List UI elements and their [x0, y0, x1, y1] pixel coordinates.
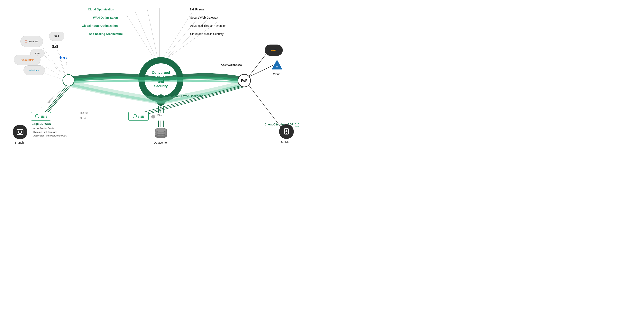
branch-label: Branch [15, 141, 24, 144]
global-backbone-label: Global Private Backbone [170, 94, 204, 98]
ng-firewall-label: NG Firewall [190, 8, 205, 11]
svg-rect-44 [21, 132, 22, 133]
cloud-mobile-security-label: Cloud and Mobile Security [190, 32, 224, 35]
mobile-label: Mobile [281, 141, 290, 144]
salesforce-cloud: salesforce [24, 65, 45, 75]
svg-rect-42 [21, 131, 22, 132]
sdwan-bullets: Active / Active / Active Dynamic Path Se… [32, 126, 67, 138]
svg-point-56 [286, 133, 287, 134]
sdwan-circle-icon [35, 114, 39, 118]
svg-line-23 [66, 62, 68, 75]
8x8-label: 8x8 [52, 44, 58, 49]
ipsec-label: IPSec [156, 114, 162, 117]
sdwan-dots-icon-r [138, 115, 144, 118]
svg-line-37 [166, 15, 200, 57]
wan-optimization-label: WAN Optimization [93, 16, 118, 19]
global-route-label: Global Route Optimization [82, 24, 118, 27]
azure-shape: ⌂ [271, 59, 283, 71]
edge-sdwan-label: Edge SD-WAN [32, 122, 51, 125]
svg-line-28 [248, 85, 282, 129]
svg-rect-43 [18, 132, 19, 133]
bullet-3: Application- and User Aware QoS [32, 134, 67, 138]
mobile-icon [279, 124, 294, 139]
svg-point-50 [155, 128, 166, 132]
svg-point-57 [286, 130, 287, 131]
ringcentral-cloud: RingCentral [14, 55, 40, 65]
aws-cloud: aws [265, 44, 283, 56]
secure-web-gateway-label: Secure Web Gateway [190, 16, 218, 19]
cloud-right-label: Cloud [273, 72, 280, 76]
svg-text:⌂: ⌂ [276, 65, 278, 68]
agent-agentless-label: Agent/Agentless [221, 63, 242, 66]
box-label: box [60, 55, 68, 60]
svg-rect-45 [19, 133, 21, 134]
svg-line-15 [44, 86, 66, 113]
advanced-threat-label: Advanced Threat Prevention [190, 24, 226, 27]
svg-line-32 [127, 15, 153, 57]
internet-line-label: Internet [80, 111, 88, 114]
svg-point-4 [63, 75, 74, 86]
svg-line-26 [250, 53, 267, 76]
sap-cloud: SAP [49, 32, 64, 41]
svg-point-49 [155, 134, 166, 138]
self-healing-label: Self-healing Architecture [89, 32, 123, 35]
sdwan-dots-icon [41, 115, 46, 118]
sdwan-circle-icon-r [133, 114, 137, 118]
datacenter-icon [154, 127, 168, 140]
center-circle-label: Converged Network and Security [148, 70, 174, 88]
bullet-2: Dynamic Path Selection [32, 130, 67, 134]
branch-icon [13, 125, 28, 139]
cloud-optimization-label: Cloud Optimization [88, 8, 114, 11]
svg-rect-41 [18, 131, 19, 132]
datacenter-label: Datacenter [154, 141, 168, 144]
ipsec-circle [151, 115, 155, 118]
office365-cloud: □ Office 365 [20, 36, 43, 47]
sdwan-box-right [128, 112, 149, 121]
bullet-1: Active / Active / Active [32, 126, 67, 130]
sdwan-box-left [31, 112, 51, 121]
diagram-container: Cloud Optimization WAN Optimization Glob… [0, 0, 322, 165]
svg-line-33 [135, 11, 156, 57]
pop-circle: PoP [238, 74, 251, 87]
mpls-line-label: MPLS [80, 116, 86, 119]
svg-line-39 [169, 22, 217, 57]
sdp-circle [295, 123, 299, 127]
